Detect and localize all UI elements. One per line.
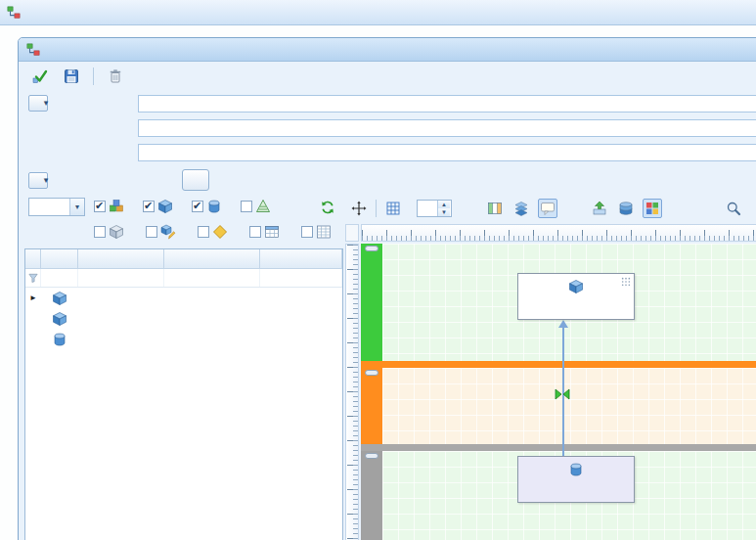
toggle-entity-import-type-button[interactable]: [182, 169, 209, 191]
collapse-form-button[interactable]: [28, 95, 48, 112]
datasource-icon: [568, 462, 584, 477]
grid-filter-row: [25, 269, 342, 288]
filter-multiprovider[interactable]: [94, 199, 124, 214]
collapse-entity-pool-button[interactable]: [28, 172, 48, 189]
combo-dropdown-arrow-icon[interactable]: [69, 199, 84, 215]
filter-spreadsheet[interactable]: [301, 224, 332, 240]
spreadsheet-checkbox[interactable]: [301, 226, 313, 238]
aggregation-level-checkbox[interactable]: [241, 201, 252, 212]
layers-icon: [513, 201, 529, 216]
row-type-cell: [41, 311, 78, 327]
filter-cell-sap-technical-name[interactable]: [164, 269, 260, 287]
grid-toggle-button[interactable]: [383, 199, 403, 218]
datasource-checkbox[interactable]: [192, 201, 203, 212]
stack-icon: [618, 201, 634, 216]
dataflow-document-window: ▲▼: [18, 37, 756, 540]
form-row-short-description: [19, 140, 756, 164]
row-type-cell: [41, 332, 78, 347]
filter-datasource[interactable]: [192, 199, 222, 214]
flow-node-za-zatest[interactable]: [517, 273, 635, 320]
refresh-icon: [320, 200, 335, 215]
grid-size-spinner[interactable]: ▲▼: [417, 200, 452, 217]
grid-toggle-icon: [385, 201, 401, 216]
infocube-checkbox[interactable]: [143, 201, 155, 212]
window-titlebar: [0, 0, 756, 25]
dataflow-icon: [7, 6, 21, 20]
filter-cell-description[interactable]: [260, 269, 342, 287]
arrange-button[interactable]: [590, 199, 609, 218]
ruler-corner: [345, 224, 359, 242]
multiprovider-icon: [109, 199, 124, 214]
technical-name-input[interactable]: [138, 95, 756, 112]
column-header-type[interactable]: [41, 249, 78, 268]
filter-virtualprovider[interactable]: [94, 224, 124, 240]
table-row[interactable]: [25, 308, 342, 329]
infocube-icon: [568, 279, 584, 294]
layers-button[interactable]: [511, 199, 531, 218]
spin-up-icon[interactable]: ▲: [438, 201, 450, 208]
entity-pool-panel: [24, 195, 343, 540]
pan-button[interactable]: [349, 199, 369, 218]
spinner-buttons[interactable]: ▲▼: [437, 201, 450, 216]
refresh-button[interactable]: [318, 198, 337, 217]
chevron-down-icon: [28, 173, 44, 189]
swimlane-button[interactable]: [485, 199, 505, 218]
pan-icon: [351, 201, 367, 216]
filter-infocube[interactable]: [143, 199, 173, 214]
delete-button[interactable]: [106, 67, 125, 86]
zoom-button[interactable]: [724, 199, 743, 218]
transformation-bowtie-icon[interactable]: [555, 388, 570, 400]
datasource-icon: [52, 332, 67, 347]
colors-icon: [645, 201, 660, 216]
comment-button[interactable]: [538, 199, 557, 218]
spin-down-icon[interactable]: ▼: [438, 208, 450, 216]
save-icon: [64, 68, 79, 84]
save-button[interactable]: [62, 67, 81, 86]
validate-button[interactable]: [30, 67, 50, 86]
column-header-description-long[interactable]: [260, 249, 342, 268]
table-icon: [264, 224, 280, 240]
section-header-row: [19, 168, 756, 194]
filter-table[interactable]: [249, 224, 280, 240]
document-header: [19, 38, 756, 62]
flow-node-y0gls-in[interactable]: [517, 456, 635, 503]
colors-button[interactable]: [643, 199, 662, 218]
filter-cube-edit[interactable]: [146, 224, 176, 240]
grid-header-row: [25, 249, 342, 269]
flow-toolbar: ▲▼: [349, 195, 756, 222]
virtualprovider-icon: [109, 224, 124, 240]
table-row[interactable]: [25, 329, 342, 349]
infocube-icon: [157, 199, 173, 214]
virtualprovider-checkbox[interactable]: [94, 226, 106, 238]
entity-filter-row-1: [24, 195, 343, 220]
filter-aggregation-level[interactable]: [241, 199, 271, 214]
filter-cell-type[interactable]: [41, 269, 78, 287]
table-row[interactable]: [25, 288, 342, 308]
entity-filter-row-2: [24, 220, 343, 244]
dataflow-icon: [26, 43, 40, 57]
horizontal-ruler: [361, 224, 756, 242]
multiprovider-checkbox[interactable]: [94, 201, 106, 212]
connector-arrowhead-icon: [558, 320, 568, 328]
toolbar-separator: [93, 68, 94, 85]
filter-funnel-icon[interactable]: [27, 272, 39, 284]
entity-type-filter-combo[interactable]: [28, 198, 85, 216]
delete-icon: [108, 68, 123, 84]
toolbar-separator: [376, 200, 377, 217]
column-header-sap-technical-name[interactable]: [164, 249, 260, 268]
comment-icon: [540, 201, 556, 216]
filter-infoobject[interactable]: [198, 224, 228, 240]
infoobject-checkbox[interactable]: [198, 226, 209, 238]
form-row-description: [19, 115, 756, 140]
filter-row-indicator: [25, 269, 41, 287]
filter-cell-technical-name[interactable]: [78, 269, 164, 287]
table-checkbox[interactable]: [249, 226, 261, 238]
form-row-technical-name: [19, 91, 756, 115]
cube-edit-checkbox[interactable]: [146, 226, 157, 238]
description-input[interactable]: [138, 119, 756, 137]
grid-size-input[interactable]: [418, 201, 437, 216]
text-tool-button[interactable]: [459, 199, 478, 218]
column-header-technical-name[interactable]: [78, 249, 164, 268]
short-description-input[interactable]: [138, 144, 756, 161]
stack-button[interactable]: [616, 199, 636, 218]
